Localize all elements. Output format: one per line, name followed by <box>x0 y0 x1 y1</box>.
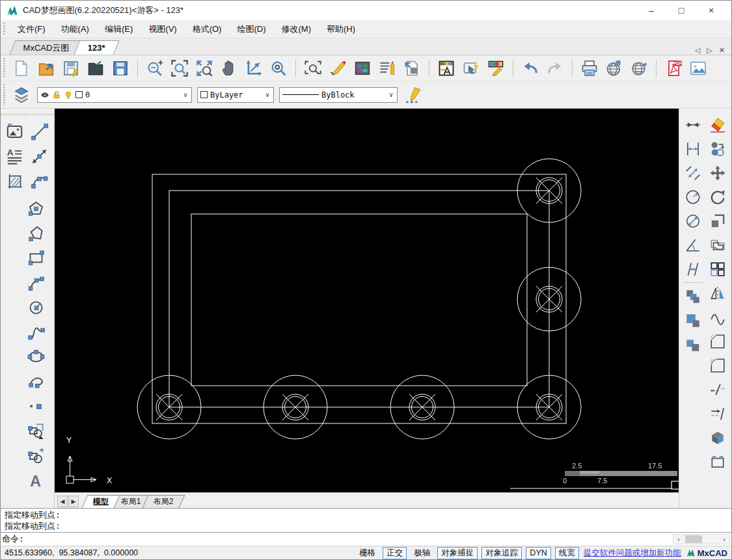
web-publish-icon[interactable] <box>604 58 625 79</box>
drawing-canvas[interactable]: 2.517.507.5YX <box>55 109 680 492</box>
color-dropdown[interactable]: ByLayer ∨ <box>197 87 274 103</box>
layout-next-icon[interactable]: ▶ <box>68 496 79 507</box>
polygon-icon[interactable] <box>24 196 47 220</box>
menu-item-3[interactable]: 编辑(E) <box>97 21 141 38</box>
mtext-icon[interactable]: A <box>3 144 26 168</box>
eye-icon[interactable] <box>40 90 49 100</box>
layout-tab[interactable]: 模型 <box>82 495 120 508</box>
clipboard-cut-icon[interactable] <box>681 284 705 308</box>
dim-radius-icon[interactable] <box>681 185 705 209</box>
insert-block-icon[interactable] <box>24 443 47 468</box>
tab-scroll-left-icon[interactable]: ◁ <box>695 46 700 55</box>
box-3d-icon[interactable] <box>706 425 729 449</box>
toolbar-grip[interactable] <box>3 84 5 105</box>
open-file-icon[interactable] <box>85 58 106 79</box>
hatch-icon[interactable] <box>3 168 26 193</box>
scroll-right-icon[interactable]: › <box>719 536 729 543</box>
zoom-center-icon[interactable] <box>268 58 289 79</box>
scale-icon[interactable] <box>706 209 729 233</box>
match-properties-icon[interactable] <box>485 58 506 79</box>
line-icon[interactable] <box>27 119 51 144</box>
unlock-icon[interactable] <box>52 90 61 100</box>
move-icon[interactable] <box>706 161 729 185</box>
toolbar-grip[interactable] <box>1 113 54 118</box>
status-toggle-正交[interactable]: 正交 <box>383 547 407 559</box>
page-setup-icon[interactable] <box>401 58 422 79</box>
clipboard-copy-icon[interactable] <box>681 308 705 332</box>
chevron-down-icon[interactable]: ∨ <box>182 91 189 98</box>
document-tab[interactable]: 123* <box>74 40 119 55</box>
save-as-icon[interactable] <box>110 58 131 79</box>
text-edit-icon[interactable] <box>377 58 398 79</box>
layer-dropdown[interactable]: 0 ∨ <box>37 87 192 103</box>
layout-tab[interactable]: 布局2 <box>142 495 185 508</box>
palette-window-icon[interactable] <box>352 58 373 79</box>
bulb-icon[interactable] <box>64 90 73 100</box>
new-file-icon[interactable] <box>11 58 32 79</box>
menu-item-8[interactable]: 帮助(H) <box>319 21 363 38</box>
tab-scroll-right-icon[interactable]: ▷ <box>707 46 712 55</box>
menu-item-4[interactable]: 视图(V) <box>141 21 184 38</box>
dim-linear-icon[interactable] <box>681 137 705 161</box>
status-toggle-极轴[interactable]: 极轴 <box>411 548 433 559</box>
minimize-button[interactable]: – <box>636 1 666 20</box>
point-icon[interactable] <box>24 393 47 418</box>
fillet-icon[interactable] <box>706 353 729 377</box>
zoom-window-icon[interactable] <box>169 58 190 79</box>
break-icon[interactable] <box>706 377 729 401</box>
fit-curve-icon[interactable] <box>706 305 729 329</box>
polyline-icon[interactable] <box>24 220 47 245</box>
clipboard-paste-icon[interactable] <box>681 332 705 356</box>
command-line-panel[interactable]: 指定移动到点:指定移动到点: 命令: ‹ › <box>1 508 731 546</box>
web-refresh-icon[interactable] <box>629 58 649 79</box>
menu-item-5[interactable]: 格式(O) <box>185 21 230 38</box>
copy-icon[interactable] <box>706 137 729 161</box>
linetype-dropdown[interactable]: ByBlock ∨ <box>279 87 398 103</box>
array-icon[interactable] <box>706 257 729 281</box>
chevron-down-icon[interactable]: ∨ <box>264 91 271 98</box>
status-toggle-DYN[interactable]: DYN <box>526 547 550 559</box>
zoom-dynamic-icon[interactable] <box>243 58 264 79</box>
maximize-button[interactable]: □ <box>666 1 696 20</box>
view-preview-icon[interactable] <box>303 58 323 79</box>
chevron-down-icon[interactable]: ∨ <box>388 91 394 98</box>
status-toggle-对象追踪[interactable]: 对象追踪 <box>481 547 522 559</box>
menu-item-7[interactable]: 修改(M) <box>273 21 319 38</box>
print-icon[interactable] <box>579 58 600 79</box>
quick-select-icon[interactable] <box>461 58 481 79</box>
mirror-icon[interactable] <box>706 281 729 305</box>
scroll-left-icon[interactable]: ‹ <box>673 536 684 543</box>
undo-icon[interactable] <box>520 58 541 79</box>
ellipse-arc-icon[interactable] <box>24 369 47 393</box>
spline-icon[interactable] <box>24 319 47 344</box>
menu-item-6[interactable]: 绘图(D) <box>229 21 273 38</box>
sketch-pencil-icon[interactable] <box>327 58 348 79</box>
menu-item-1[interactable]: 文件(F) <box>10 21 53 38</box>
pdf-export-icon[interactable]: PDF <box>663 58 684 79</box>
circle-icon[interactable] <box>24 295 47 319</box>
status-toggle-线宽[interactable]: 线宽 <box>555 547 579 559</box>
document-tab[interactable]: MxCAD云图 <box>10 40 84 55</box>
tab-close-icon[interactable]: ✕ <box>719 46 725 55</box>
menu-item-2[interactable]: 功能(A) <box>53 21 97 38</box>
ellipse-icon[interactable] <box>24 344 47 369</box>
dim-aligned-icon[interactable] <box>681 161 705 185</box>
toolbar-grip[interactable] <box>3 58 5 78</box>
redo-icon[interactable] <box>545 58 565 79</box>
erase-icon[interactable] <box>706 113 729 137</box>
xline-icon[interactable] <box>27 144 51 168</box>
rotate-icon[interactable] <box>706 185 729 209</box>
command-scrollbar[interactable]: ‹ › <box>673 534 730 544</box>
layout-prev-icon[interactable]: ◀ <box>57 496 68 507</box>
pan-icon[interactable] <box>219 58 239 79</box>
extend-icon[interactable] <box>706 401 729 425</box>
scrollbar-thumb[interactable] <box>685 535 702 543</box>
offset-icon[interactable] <box>706 233 729 257</box>
pline-edit-icon[interactable] <box>706 449 729 473</box>
linetype-pencil-icon[interactable] <box>403 85 424 105</box>
image-export-icon[interactable] <box>688 58 709 79</box>
zoom-extents-icon[interactable] <box>194 58 215 79</box>
close-button[interactable]: × <box>696 1 726 20</box>
raster-image-icon[interactable] <box>3 119 26 144</box>
layer-manager-icon[interactable] <box>436 58 457 79</box>
